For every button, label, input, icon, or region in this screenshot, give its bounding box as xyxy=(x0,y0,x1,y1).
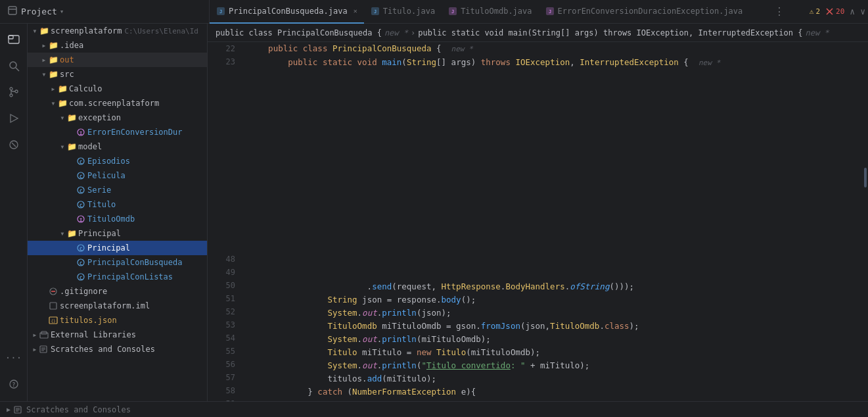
svg-text:?: ? xyxy=(12,382,15,388)
code-skip-15 xyxy=(248,254,851,267)
code-skip-13 xyxy=(248,228,851,241)
tree-principal-class[interactable]: C Principal xyxy=(28,241,207,255)
tab-titulo-omdb[interactable]: J TituloOmdb.java xyxy=(442,0,538,24)
activity-search[interactable] xyxy=(2,54,26,78)
code-skip-5 xyxy=(248,122,851,135)
tree-scratches[interactable]: ▶ Scratches and Consoles xyxy=(28,342,207,356)
tree-exception[interactable]: ▼ 📁 exception xyxy=(28,110,207,125)
scrollbar-thumb[interactable] xyxy=(864,168,867,187)
tree-gitignore[interactable]: .gitignore xyxy=(28,284,207,299)
code-line-57: Titulo miTitulo = new Titulo(miTituloOmd… xyxy=(248,346,851,359)
tab-bar: Project ▾ J PrincipalConBusqueda.java ✕ … xyxy=(0,0,868,24)
svg-text:I: I xyxy=(80,218,82,223)
warning-count: 2 xyxy=(815,7,820,16)
code-line-48: .send(request, HttpResponse.BodyHandlers… xyxy=(248,280,851,293)
error-count: 20 xyxy=(836,7,844,16)
collapse-icon[interactable]: ∨ xyxy=(860,7,865,16)
tab-close-principal-busqueda[interactable]: ✕ xyxy=(354,7,357,14)
tree-label-out: out xyxy=(60,55,74,64)
folder-icon-com: 📁 xyxy=(58,99,67,108)
scratches-label: Scratches and Consoles xyxy=(26,405,131,414)
tree-label-exception: exception xyxy=(78,113,121,122)
activity-notifications[interactable]: ? xyxy=(2,372,26,396)
code-skip-14 xyxy=(248,241,851,254)
tree-root[interactable]: ▼ 📁 screenplataform C:\Users\Elena\Id xyxy=(28,24,207,38)
scratches-list-icon xyxy=(14,405,23,414)
tree-principal-listas[interactable]: C PrincipalConListas xyxy=(28,270,207,284)
tree-src[interactable]: ▼ 📁 src xyxy=(28,67,207,82)
tab-error-conversion[interactable]: J ErrorEnConversionDuracionException.jav… xyxy=(539,0,750,24)
project-dropdown-icon[interactable]: ▾ xyxy=(60,7,64,16)
svg-text:C: C xyxy=(80,261,82,266)
code-container[interactable]: 22 23 48 49 50 51 52 xyxy=(208,42,868,401)
tree-iml[interactable]: screenplataform.iml xyxy=(28,299,207,313)
tree-error-conversion[interactable]: I ErrorEnConversionDur xyxy=(28,125,207,139)
activity-more[interactable]: ··· xyxy=(2,346,26,370)
tree-pelicula[interactable]: C Pelicula xyxy=(28,168,207,183)
code-line-61: } catch (NumberFormatException e){ xyxy=(248,385,851,399)
activity-debug[interactable] xyxy=(2,133,26,157)
tab-label-error-conversion: ErrorEnConversionDuracionException.java xyxy=(558,7,743,16)
tree-principal-busqueda[interactable]: C PrincipalConBusqueda xyxy=(28,255,207,270)
tree-titulo-omdb[interactable]: I TituloOmdb xyxy=(28,212,207,226)
activity-run[interactable] xyxy=(2,107,26,130)
tree-serie[interactable]: C Serie xyxy=(28,183,207,197)
svg-point-14 xyxy=(10,62,16,68)
tree-titulo[interactable]: C Titulo xyxy=(28,197,207,212)
tab-overflow-menu[interactable]: ⋮ xyxy=(769,5,790,18)
tree-json[interactable]: {} titulos.json xyxy=(28,313,207,328)
svg-text:J: J xyxy=(548,9,551,14)
code-editor[interactable]: public class PrincipalConBusqueda { new … xyxy=(240,42,859,401)
breadcrumb-hint: new * xyxy=(384,28,408,37)
activity-project[interactable] xyxy=(2,28,26,51)
tab-label-titulo: Titulo.java xyxy=(383,7,435,16)
warning-indicator[interactable]: ⚠ 2 xyxy=(810,7,820,16)
tree-com-screenplataform[interactable]: ▼ 📁 com.screenplataform xyxy=(28,96,207,110)
code-skip-10 xyxy=(248,188,851,201)
tree-out[interactable]: ▶ 📁 out xyxy=(28,53,207,67)
tree-arrow-principal: ▼ xyxy=(58,229,67,238)
code-skip-11 xyxy=(248,201,851,214)
svg-text:C: C xyxy=(80,174,82,180)
tab-principal-busqueda[interactable]: J PrincipalConBusqueda.java ✕ xyxy=(210,0,364,24)
svg-text:C: C xyxy=(80,203,82,208)
code-line-50: String json = response.body(); xyxy=(248,293,851,307)
leaf-principal xyxy=(67,243,76,253)
svg-text:J: J xyxy=(374,9,377,14)
svg-text:C: C xyxy=(80,276,82,281)
tree-label-src: src xyxy=(60,70,74,79)
project-tree: ▼ 📁 screenplataform C:\Users\Elena\Id ▶ … xyxy=(28,24,208,401)
scratches-item[interactable]: ▶ Scratches and Consoles xyxy=(7,405,131,414)
json-icon: {} xyxy=(49,316,58,325)
tree-episodios[interactable]: C Episodios xyxy=(28,154,207,168)
scratches-expand-icon: ▶ xyxy=(7,406,11,413)
activity-vcs[interactable] xyxy=(2,80,26,104)
java-file-icon-4: J xyxy=(545,7,555,16)
code-line-22: public class PrincipalConBusqueda { new … xyxy=(248,42,851,56)
tab-titulo[interactable]: J Titulo.java xyxy=(364,0,442,24)
tree-arrow-com: ▼ xyxy=(49,99,58,108)
tree-model[interactable]: ▼ 📁 model xyxy=(28,139,207,154)
expand-icon[interactable]: ∧ xyxy=(850,7,855,16)
project-title[interactable]: Project xyxy=(21,7,57,16)
root-path: C:\Users\Elena\Id xyxy=(124,27,198,36)
tree-arrow-scratches: ▶ xyxy=(30,345,39,354)
code-line-23: public static void main(String[] args) t… xyxy=(248,56,851,70)
svg-point-16 xyxy=(10,87,12,90)
breadcrumb-bar: public class PrincipalConBusqueda { new … xyxy=(208,24,868,42)
code-skip-1 xyxy=(248,70,851,83)
java-class-icon-serie: C xyxy=(76,185,85,195)
svg-point-17 xyxy=(10,94,12,97)
svg-text:J: J xyxy=(219,9,222,14)
tree-external-libs[interactable]: ▶ External Libraries xyxy=(28,328,207,342)
folder-icon-calculo: 📁 xyxy=(58,84,67,93)
tree-calculo[interactable]: ▶ 📁 Calculo xyxy=(28,82,207,96)
error-indicator[interactable]: 20 xyxy=(825,7,844,16)
tree-label-root: screenplataform xyxy=(51,26,122,36)
tree-arrow-exception: ▼ xyxy=(58,113,67,122)
leaf-json xyxy=(39,316,49,325)
tree-principal-folder[interactable]: ▼ 📁 Principal xyxy=(28,226,207,241)
folder-icon-out: 📁 xyxy=(49,55,58,64)
tree-idea[interactable]: ▶ 📁 .idea xyxy=(28,38,207,53)
warning-icon: ⚠ xyxy=(810,7,814,16)
